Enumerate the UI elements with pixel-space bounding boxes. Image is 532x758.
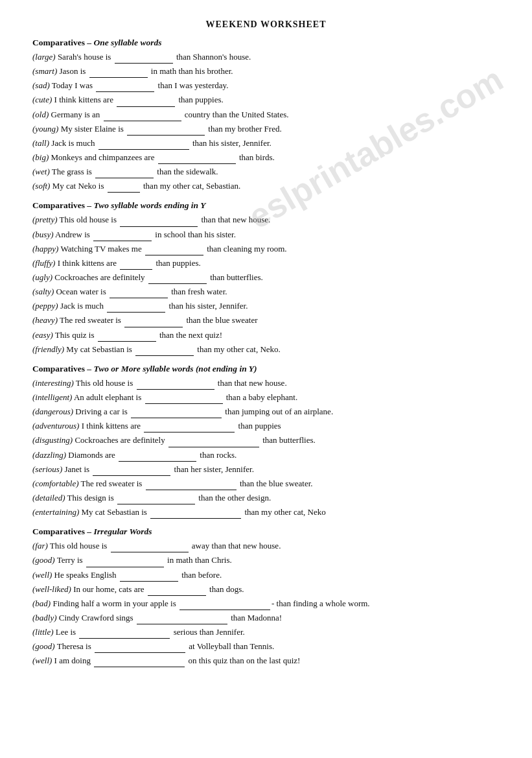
list-item: (interesting) This old house is than tha… — [32, 377, 500, 390]
section-two-syllable-y: Comparatives – Two syllable words ending… — [32, 200, 500, 355]
list-item: (dangerous) Driving a car is than jumpin… — [32, 405, 500, 418]
list-item: (ugly) Cockroaches are definitely than b… — [32, 271, 500, 284]
worksheet-content: Comparatives – One syllable words (large… — [32, 38, 500, 667]
list-item: (badly) Cindy Crawford sings than Madonn… — [32, 611, 500, 624]
list-item: (adventurous) I think kittens are than p… — [32, 420, 500, 432]
page-title: WEEKEND WORKSHEET — [32, 19, 500, 30]
list-item: (intelligent) An adult elephant is than … — [32, 391, 500, 404]
list-item: (friendly) My cat Sebastian is than my o… — [32, 343, 500, 356]
list-item: (dazzling) Diamonds are than rocks. — [32, 449, 500, 462]
section-two-more-syllable-title: Comparatives – Two or More syllable word… — [32, 364, 500, 374]
list-item: (good) Theresa is at Volleyball than Ten… — [32, 640, 500, 653]
list-item: (well-liked) In our home, cats are than … — [32, 583, 500, 596]
list-item: (wet) The grass is than the sidewalk. — [32, 165, 500, 178]
list-item: (smart) Jason is in math than his brothe… — [32, 65, 500, 78]
list-item: (happy) Watching TV makes me than cleani… — [32, 243, 500, 255]
list-item: (fluffy) I think kittens are than puppie… — [32, 257, 500, 270]
list-item: (well) He speaks English than before. — [32, 569, 500, 582]
list-item: (disgusting) Cockroaches are definitely … — [32, 434, 500, 447]
section-one-syllable-list: (large) Sarah's house is than Shannon's … — [32, 51, 500, 193]
list-item: (cute) I think kittens are than puppies. — [32, 93, 500, 106]
list-item: (easy) This quiz is than the next quiz! — [32, 329, 500, 342]
list-item: (salty) Ocean water is than fresh water. — [32, 285, 500, 298]
list-item: (little) Lee is serious than Jennifer. — [32, 626, 500, 639]
section-two-syllable-y-list: (pretty) This old house is than that new… — [32, 213, 500, 355]
list-item: (peppy) Jack is much than his sister, Je… — [32, 300, 500, 313]
section-one-syllable-title: Comparatives – One syllable words — [32, 38, 500, 48]
list-item: (young) My sister Elaine is than my brot… — [32, 123, 500, 136]
list-item: (large) Sarah's house is than Shannon's … — [32, 51, 500, 64]
list-item: (heavy) The red sweater is than the blue… — [32, 314, 500, 327]
section-two-more-syllable: Comparatives – Two or More syllable word… — [32, 364, 500, 519]
list-item: (serious) Janet is than her sister, Jenn… — [32, 463, 500, 476]
section-irregular: Comparatives – Irregular Words (far) Thi… — [32, 527, 500, 667]
section-two-more-syllable-list: (interesting) This old house is than tha… — [32, 377, 500, 519]
list-item: (detailed) This design is than the other… — [32, 492, 500, 504]
section-one-syllable: Comparatives – One syllable words (large… — [32, 38, 500, 193]
list-item: (well) I am doing on this quiz than on t… — [32, 654, 500, 667]
list-item: (busy) Andrew is in school than his sist… — [32, 228, 500, 241]
section-irregular-title: Comparatives – Irregular Words — [32, 527, 500, 537]
list-item: (good) Terry is in math than Chris. — [32, 554, 500, 567]
list-item: (entertaining) My cat Sebastian is than … — [32, 506, 500, 519]
list-item: (comfortable) The red sweater is than th… — [32, 477, 500, 490]
list-item: (pretty) This old house is than that new… — [32, 213, 500, 226]
list-item: (big) Monkeys and chimpanzees are than b… — [32, 151, 500, 164]
list-item: (soft) My cat Neko is than my other cat,… — [32, 180, 500, 193]
list-item: (far) This old house is away than that n… — [32, 539, 500, 552]
list-item: (tall) Jack is much than his sister, Jen… — [32, 137, 500, 150]
section-irregular-list: (far) This old house is away than that n… — [32, 539, 500, 667]
section-two-syllable-y-title: Comparatives – Two syllable words ending… — [32, 200, 500, 211]
list-item: (bad) Finding half a worm in your apple … — [32, 597, 500, 610]
list-item: (old) Germany is an country than the Uni… — [32, 108, 500, 121]
list-item: (sad) Today I was than I was yesterday. — [32, 79, 500, 92]
